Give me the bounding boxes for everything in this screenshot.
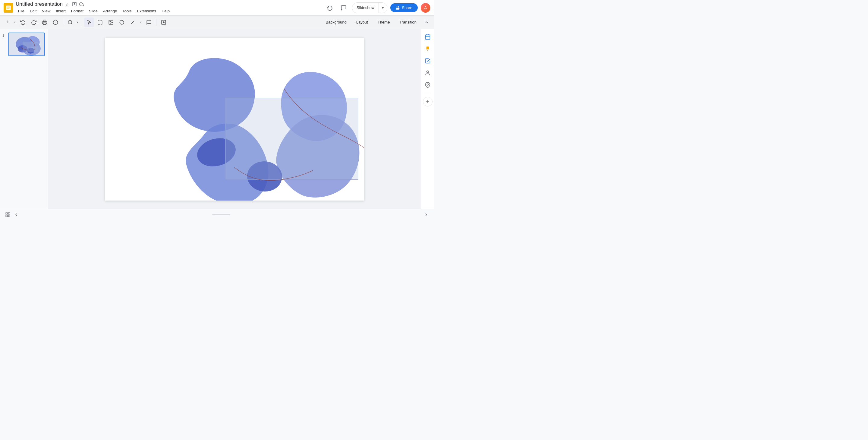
doc-title[interactable]: Untitled presentation: [16, 1, 63, 7]
menu-edit[interactable]: Edit: [27, 8, 39, 14]
menu-extensions[interactable]: Extensions: [135, 8, 159, 14]
grid-view-button[interactable]: [4, 210, 12, 219]
star-icon[interactable]: ☆: [64, 1, 70, 7]
svg-point-13: [120, 20, 124, 24]
add-button-group: + ▾: [3, 18, 17, 27]
svg-rect-6: [396, 7, 400, 9]
calendar-icon[interactable]: [422, 31, 433, 42]
layout-button[interactable]: Layout: [352, 19, 372, 26]
comments-button[interactable]: [338, 2, 349, 13]
add-dropdown[interactable]: ▾: [13, 18, 17, 27]
keep-icon[interactable]: [422, 43, 433, 54]
user-avatar[interactable]: A: [421, 3, 430, 13]
transition-button[interactable]: Transition: [396, 19, 420, 26]
slide-canvas: [105, 38, 364, 201]
background-button[interactable]: Background: [322, 19, 350, 26]
slideshow-button-group: Slideshow ▾: [352, 2, 387, 13]
slideshow-dropdown-button[interactable]: ▾: [378, 3, 387, 13]
svg-point-30: [427, 71, 429, 73]
slide-artwork: [105, 38, 364, 201]
title-bar-right: Slideshow ▾ Share A: [324, 2, 430, 13]
slide-nav-left-button[interactable]: [12, 210, 21, 219]
svg-rect-37: [8, 215, 10, 216]
svg-point-12: [110, 21, 110, 22]
svg-point-8: [68, 20, 72, 24]
line-button[interactable]: [128, 18, 137, 27]
redo-button[interactable]: [29, 18, 38, 27]
maps-icon[interactable]: [422, 80, 433, 90]
svg-rect-36: [6, 215, 7, 216]
select-box-button[interactable]: [95, 18, 105, 27]
canvas-area[interactable]: [48, 29, 421, 209]
svg-rect-25: [225, 98, 358, 179]
slide-panel: 1: [0, 29, 48, 209]
share-button[interactable]: Share: [390, 3, 418, 12]
history-button[interactable]: [324, 2, 335, 13]
cloud-icon[interactable]: [79, 1, 84, 7]
svg-rect-34: [6, 213, 7, 214]
select-button[interactable]: [84, 18, 94, 27]
svg-rect-26: [425, 35, 430, 39]
slide-counter-bar[interactable]: [212, 214, 230, 215]
image-button[interactable]: [106, 18, 116, 27]
menu-arrange[interactable]: Arrange: [101, 8, 119, 14]
separator-2: [82, 19, 82, 26]
doc-title-area: Untitled presentation ☆ File Edit View I…: [16, 1, 322, 14]
slide-thumbnail-1[interactable]: [8, 33, 44, 56]
zoom-button[interactable]: [65, 18, 75, 27]
svg-rect-2: [7, 7, 10, 8]
comment-button[interactable]: [144, 18, 154, 27]
add-button[interactable]: +: [3, 18, 13, 27]
menu-slide[interactable]: Slide: [87, 8, 100, 14]
paint-format-button[interactable]: [51, 18, 60, 27]
svg-rect-3: [7, 8, 9, 9]
print-button[interactable]: [40, 18, 50, 27]
doc-title-row: Untitled presentation ☆: [16, 1, 322, 7]
toolbar: + ▾ ▾ ▾ Background: [0, 16, 434, 29]
zoom-button-group: ▾: [65, 18, 79, 27]
slide-thumb-1[interactable]: 1: [1, 31, 47, 57]
svg-rect-22: [23, 41, 38, 52]
svg-line-9: [71, 23, 72, 24]
toolbar-collapse-button[interactable]: [423, 18, 431, 27]
add-sidebar-item-button[interactable]: [423, 97, 433, 107]
svg-rect-35: [8, 213, 10, 214]
zoom-dropdown[interactable]: ▾: [75, 18, 79, 27]
undo-button[interactable]: [18, 18, 28, 27]
menu-bar: File Edit View Insert Format Slide Arran…: [16, 8, 322, 14]
line-dropdown-group: ▾: [138, 18, 143, 27]
shapes-button[interactable]: [117, 18, 127, 27]
contacts-icon[interactable]: [422, 67, 433, 79]
menu-help[interactable]: Help: [159, 8, 172, 14]
menu-file[interactable]: File: [16, 8, 27, 14]
title-bar: Untitled presentation ☆ File Edit View I…: [0, 0, 434, 16]
slide-counter: [21, 214, 422, 215]
app-icon[interactable]: [4, 3, 13, 13]
line-dropdown[interactable]: ▾: [138, 18, 143, 27]
menu-tools[interactable]: Tools: [120, 8, 134, 14]
bottom-bar: [0, 209, 434, 220]
svg-line-14: [131, 21, 134, 24]
slideshow-button[interactable]: Slideshow: [352, 4, 378, 12]
context-toolbar: Background Layout Theme Transition: [322, 18, 431, 27]
slide-nav-right-button[interactable]: [422, 210, 430, 219]
slide-number-1: 1: [2, 33, 7, 37]
main-area: 1: [0, 29, 434, 209]
svg-point-31: [427, 84, 428, 85]
menu-view[interactable]: View: [39, 8, 53, 14]
separator-1: [63, 19, 63, 26]
separator-3: [156, 19, 156, 26]
right-sidebar-separator: [424, 93, 431, 93]
tasks-icon[interactable]: [422, 56, 433, 66]
textbox-button[interactable]: [159, 18, 168, 27]
share-label: Share: [402, 5, 412, 10]
svg-rect-10: [98, 20, 102, 24]
theme-button[interactable]: Theme: [374, 19, 393, 26]
svg-rect-1: [7, 6, 10, 7]
right-sidebar: [421, 29, 434, 209]
menu-insert[interactable]: Insert: [53, 8, 68, 14]
menu-format[interactable]: Format: [69, 8, 86, 14]
svg-rect-7: [43, 23, 46, 24]
drive-icon[interactable]: [72, 1, 77, 7]
